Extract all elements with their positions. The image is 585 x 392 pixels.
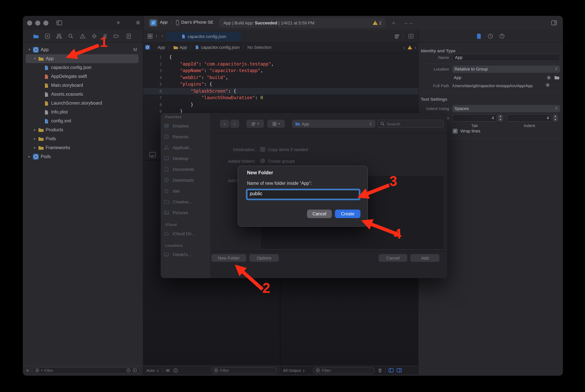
location-dropdown[interactable]: Relative to Group <box>452 66 560 73</box>
indent-using-dropdown[interactable]: Spaces <box>452 105 560 112</box>
sidebar-item-pictures[interactable]: Pictures <box>161 208 211 217</box>
test-navigator-icon[interactable] <box>91 33 97 39</box>
close-window-button[interactable] <box>27 20 32 26</box>
wrap-lines-checkbox[interactable]: ✓ <box>453 128 458 134</box>
help-inspector-icon[interactable] <box>499 33 505 39</box>
source-control-status-icon[interactable] <box>132 368 137 373</box>
symbol-navigator-icon[interactable] <box>56 33 62 39</box>
warning-count-badge[interactable]: 2 <box>372 18 381 28</box>
tree-item-pods[interactable]: ▸Pods <box>23 134 143 143</box>
breadcrumb-file[interactable]: capacitor.config.json <box>195 45 239 50</box>
scheme-name[interactable]: App <box>160 20 167 24</box>
reveal-path-arrow-icon[interactable] <box>545 82 550 88</box>
show-console-icon[interactable] <box>396 368 402 373</box>
forward-icon[interactable]: › <box>161 33 163 39</box>
tree-item-appdelegate-swift[interactable]: AppDelegate.swift <box>23 72 143 81</box>
related-items-icon[interactable] <box>147 33 153 39</box>
back-button[interactable]: ‹ <box>220 120 229 128</box>
name-input[interactable]: App <box>452 54 560 61</box>
sidebar-item-icloud-dri-[interactable]: iCloud Dri... <box>161 229 211 238</box>
info-icon[interactable] <box>173 368 178 373</box>
forward-button[interactable]: › <box>230 120 239 128</box>
clear-location-icon[interactable] <box>546 75 551 80</box>
project-navigator-icon[interactable] <box>33 33 39 39</box>
tree-item-frameworks[interactable]: ▸Frameworks <box>23 143 143 152</box>
show-variables-view-icon[interactable] <box>388 368 394 373</box>
tree-item-app[interactable]: ▾App <box>23 54 143 63</box>
breadcrumb-project[interactable]: App <box>145 45 165 50</box>
add-editor-plus-icon[interactable]: ＋ <box>391 19 396 27</box>
history-inspector-icon[interactable] <box>488 33 493 39</box>
tab-capacitor-config[interactable]: capacitor.config.json <box>166 32 241 41</box>
navigator-filter-field[interactable]: ▾ Filter <box>32 367 140 374</box>
disclosure-right-icon[interactable]: ▸ <box>33 126 37 134</box>
copy-items-checkbox[interactable] <box>260 147 265 152</box>
sheet-cancel-button[interactable]: Cancel <box>379 254 407 262</box>
sidebar-item-daniel-s-[interactable]: Daniel's... <box>161 250 211 259</box>
stop-button[interactable] <box>135 20 141 26</box>
new-folder-button[interactable]: New Folder <box>211 254 246 262</box>
sidebar-item-applicati-[interactable]: Applicati... <box>161 143 211 152</box>
zoom-window-button[interactable] <box>43 20 48 26</box>
variables-filter-field[interactable]: Filter <box>211 367 277 374</box>
add-file-plus-icon[interactable]: + <box>26 367 29 374</box>
indent-width-stepper[interactable]: ▲▼ <box>553 114 558 122</box>
tree-item-config-xml[interactable]: config.xml <box>23 116 143 126</box>
quicklook-eye-icon[interactable] <box>165 368 170 373</box>
tree-item-launchscreen-storyboard[interactable]: LaunchScreen.storyboard <box>23 99 143 108</box>
disclosure-down-icon[interactable]: ▾ <box>27 45 31 54</box>
disclosure-right-icon[interactable]: ▸ <box>27 152 31 161</box>
sidebar-item-creative-[interactable]: Creative... <box>161 198 211 206</box>
sheet-add-button[interactable]: Add <box>410 254 439 262</box>
project-chip[interactable] <box>149 19 158 27</box>
issue-navigator-icon[interactable] <box>80 33 85 39</box>
tree-item-main-storyboard[interactable]: Main.storyboard <box>23 81 143 90</box>
code-review-icon[interactable]: ←→ <box>404 19 412 26</box>
breadcrumb-selection[interactable]: No Selection <box>247 45 272 50</box>
add-editor-icon[interactable] <box>408 33 414 39</box>
find-navigator-icon[interactable] <box>68 33 73 39</box>
editor-options-icon[interactable] <box>149 152 156 158</box>
toggle-navigator-icon[interactable] <box>56 20 62 26</box>
sidebar-item-downloads[interactable]: Downloads <box>161 176 211 184</box>
tab-width-stepper[interactable]: ▲▼ <box>498 114 503 122</box>
choose-folder-icon[interactable] <box>554 75 560 80</box>
recent-files-clock-icon[interactable] <box>126 368 131 373</box>
list-view-button[interactable]: ▾ <box>246 120 264 128</box>
tab-width-input[interactable]: 4 <box>452 114 497 122</box>
toggle-inspector-icon[interactable] <box>551 20 557 26</box>
tree-item-app[interactable]: ▾AppM <box>23 45 143 54</box>
sidebar-item-dropbox[interactable]: Dropbox <box>161 122 211 130</box>
code-review-lines-icon[interactable] <box>394 33 400 39</box>
report-navigator-icon[interactable] <box>126 33 132 39</box>
next-issue-icon[interactable]: › <box>415 45 416 50</box>
tree-item-capacitor-config-json[interactable]: capacitor.config.json <box>23 63 143 72</box>
console-scope-dropdown[interactable]: All Output <box>283 368 305 373</box>
console-filter-field[interactable]: Filter <box>313 367 375 374</box>
folder-name-input[interactable]: public <box>246 189 360 200</box>
sidebar-item-desktop[interactable]: Desktop <box>161 154 211 163</box>
sidebar-item-documents[interactable]: Documents <box>161 165 211 174</box>
sidebar-item-recents[interactable]: Recents <box>161 132 211 141</box>
sidebar-item-dan[interactable]: dan <box>161 187 211 195</box>
indent-width-input[interactable]: 4 <box>507 114 552 122</box>
tree-item-info-plist[interactable]: Info.plist <box>23 108 143 116</box>
run-destination[interactable]: Dan's iPhone SE <box>181 20 213 24</box>
prev-issue-icon[interactable]: ‹ <box>403 45 405 50</box>
minimize-window-button[interactable] <box>35 20 40 26</box>
source-control-navigator-icon[interactable] <box>44 33 50 39</box>
warning-icon[interactable] <box>407 45 412 50</box>
search-field[interactable]: Search <box>377 120 444 128</box>
dialog-create-button[interactable]: Create <box>335 210 360 218</box>
clear-console-trash-icon[interactable] <box>378 368 383 373</box>
icon-view-button[interactable]: ▾ <box>267 120 285 128</box>
breakpoint-navigator-icon[interactable] <box>113 33 119 39</box>
disclosure-right-icon[interactable]: ▸ <box>33 134 37 143</box>
disclosure-right-icon[interactable]: ▸ <box>33 143 37 152</box>
tree-item-products[interactable]: ▸Products <box>23 126 143 134</box>
create-groups-radio[interactable] <box>260 158 265 164</box>
dialog-cancel-button[interactable]: Cancel <box>307 210 332 218</box>
variables-scope-dropdown[interactable]: Auto <box>146 368 159 373</box>
activity-status-bar[interactable]: App | Build App: Succeeded | 1/4/21 at 5… <box>219 18 385 28</box>
back-icon[interactable]: ‹ <box>156 33 157 39</box>
